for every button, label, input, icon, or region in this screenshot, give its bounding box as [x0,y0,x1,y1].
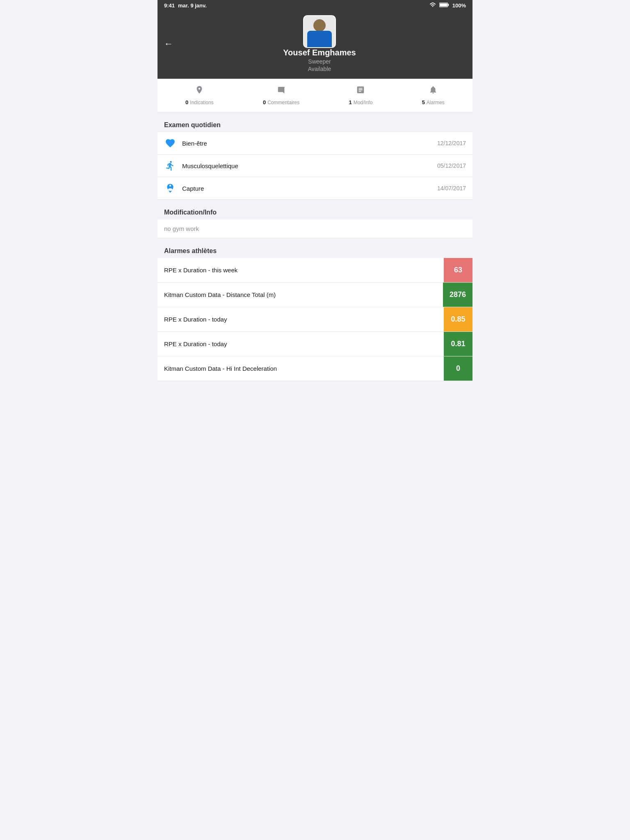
bienetre-icon [164,138,176,148]
alarmes-icon [429,85,438,97]
alarm-label-4: RPE x Duration - today [158,332,444,356]
alarmes-count-row: 5 Alarmes [422,99,445,105]
indications-count-row: 0 Indications [185,99,214,105]
capture-icon [164,183,176,194]
section-alarms: Alarmes athlètes [158,242,472,258]
svg-rect-2 [440,3,447,6]
svg-rect-1 [448,4,449,6]
divider-2 [158,200,472,203]
list-item-bienetre[interactable]: Bien-être 12/12/2017 [158,132,472,155]
alarm-value-5: 0 [444,356,472,381]
avatar-body [307,31,332,47]
battery-percent: 100% [452,2,466,9]
alarmes-label: Alarmes [427,100,445,105]
modinfo-count: 1 [349,99,352,105]
alarm-value-1: 63 [444,258,472,282]
section-modification: Modification/Info [158,203,472,219]
alarm-label-3: RPE x Duration - today [158,307,444,331]
modinfo-label: Mod/Info [354,100,373,105]
alarm-value-4: 0.81 [444,332,472,356]
indications-count: 0 [185,99,188,105]
status-date: mar. 9 janv. [178,2,207,9]
battery-icon [439,2,449,9]
player-name: Yousef Emghames [283,48,356,57]
status-bar: 9:41 mar. 9 janv. 100% [158,0,472,11]
commentaires-icon [277,85,286,97]
status-bar-left: 9:41 mar. 9 janv. [164,2,207,9]
commentaires-label: Commentaires [267,100,299,105]
wifi-icon [429,2,436,9]
stat-commentaires[interactable]: 0 Commentaires [263,85,299,105]
alarmes-count: 5 [422,99,425,105]
alarm-value-2: 2876 [443,283,472,307]
stat-modinfo[interactable]: 1 Mod/Info [349,85,372,105]
stat-alarmes[interactable]: 5 Alarmes [422,85,445,105]
musculo-label: Musculosquelettique [182,162,431,169]
alarm-item-3[interactable]: RPE x Duration - today 0.85 [158,307,472,332]
status-bar-right: 100% [429,2,466,9]
stats-bar: 0 Indications 0 Commentaires 1 Mod/Info [158,79,472,112]
divider-3 [158,238,472,242]
commentaires-count: 0 [263,99,266,105]
back-button[interactable]: ← [164,39,173,49]
player-position: Sweeper [308,58,331,65]
stat-indications[interactable]: 0 Indications [185,85,214,105]
avatar-head [313,19,326,32]
list-item-musculo[interactable]: Musculosquelettique 05/12/2017 [158,155,472,177]
alarm-item-5[interactable]: Kitman Custom Data - Hi Int Deceleration… [158,356,472,381]
alarm-label-1: RPE x Duration - this week [158,258,444,282]
status-time: 9:41 [164,2,175,9]
capture-date: 14/07/2017 [437,185,466,192]
musculo-icon [164,160,176,171]
bienetre-date: 12/12/2017 [437,140,466,146]
player-avatar [303,15,336,48]
header-center: Yousef Emghames Sweeper Available [173,15,466,72]
alarm-item-2[interactable]: Kitman Custom Data - Distance Total (m) … [158,283,472,307]
alarm-item-4[interactable]: RPE x Duration - today 0.81 [158,332,472,356]
capture-label: Capture [182,185,431,192]
indications-icon [195,85,204,97]
musculo-date: 05/12/2017 [437,162,466,169]
alarm-label-2: Kitman Custom Data - Distance Total (m) [158,283,443,307]
alarm-label-5: Kitman Custom Data - Hi Int Deceleration [158,356,444,381]
indications-label: Indications [190,100,213,105]
bienetre-label: Bien-être [182,140,431,147]
mod-content: no gym work [158,219,472,238]
player-availability: Available [308,66,331,72]
alarm-value-3: 0.85 [444,307,472,331]
modinfo-icon [356,85,365,97]
list-item-capture[interactable]: Capture 14/07/2017 [158,177,472,200]
modinfo-count-row: 1 Mod/Info [349,99,372,105]
alarm-item-1[interactable]: RPE x Duration - this week 63 [158,258,472,283]
commentaires-count-row: 0 Commentaires [263,99,299,105]
section-daily-exam: Examen quotidien [158,116,472,132]
divider-1 [158,112,472,116]
header: ← Yousef Emghames Sweeper Available [158,11,472,79]
